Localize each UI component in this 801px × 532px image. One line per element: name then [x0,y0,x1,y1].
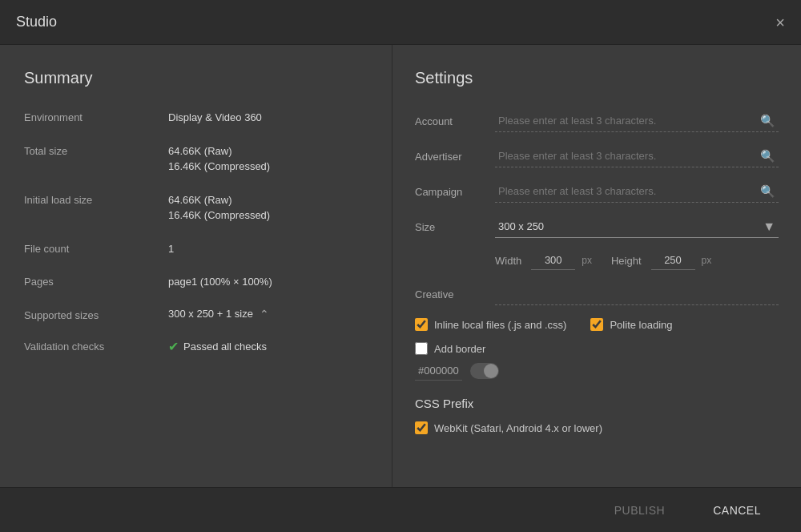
supported-sizes-label: Supported sizes [24,308,168,321]
account-input-wrap: 🔍 [495,110,779,132]
settings-row-creative: Creative [415,283,779,305]
polite-loading-label[interactable]: Polite loading [610,319,672,331]
dimension-row: Width px Height px [495,251,779,270]
initial-load-value: 64.66K (Raw)16.46K (Compressed) [168,192,270,224]
validation-value: ✔ Passed all checks [168,339,267,354]
color-toggle[interactable] [470,363,499,379]
validation-text: Passed all checks [183,341,267,353]
css-prefix-title: CSS Prefix [415,397,779,410]
initial-load-label: Initial load size [24,192,168,206]
webkit-checkbox[interactable] [415,421,428,434]
size-label: Size [415,221,495,233]
total-size-value: 64.66K (Raw)16.46K (Compressed) [168,143,270,175]
settings-row-account: Account 🔍 [415,110,779,132]
size-select[interactable]: 300 x 250 728 x 90 160 x 600 320 x 50 [495,216,779,238]
summary-row-environment: Environment Display & Video 360 [24,110,368,126]
pages-label: Pages [24,274,168,288]
account-label: Account [415,115,495,127]
campaign-search-icon: 🔍 [760,184,775,199]
campaign-label: Campaign [415,186,495,198]
total-size-label: Total size [24,143,168,157]
summary-row-initial-load: Initial load size 64.66K (Raw)16.46K (Co… [24,192,368,224]
summary-title: Summary [24,69,368,87]
summary-row-supported-sizes: Supported sizes 300 x 250 + 1 size ⌃ [24,308,368,321]
color-row: #000000 [415,361,779,381]
app-title: Studio [16,14,57,30]
inline-files-item: Inline local files (.js and .css) [415,318,566,331]
width-label: Width [495,255,521,267]
settings-panel: Settings Account 🔍 Advertiser 🔍 Campaign… [392,45,801,487]
account-input[interactable] [495,110,779,132]
inline-files-checkbox[interactable] [415,318,428,331]
add-border-row: Add border [415,342,779,355]
close-button[interactable]: × [775,14,785,30]
main-content: Summary Environment Display & Video 360 … [0,45,801,487]
summary-panel: Summary Environment Display & Video 360 … [0,45,392,487]
check-icon: ✔ [168,339,179,354]
width-input[interactable] [531,251,575,270]
validation-label: Validation checks [24,339,168,353]
creative-label: Creative [415,288,495,300]
chevron-up-icon[interactable]: ⌃ [260,308,269,320]
settings-row-size: Size 300 x 250 728 x 90 160 x 600 320 x … [415,216,779,238]
inline-files-label[interactable]: Inline local files (.js and .css) [434,319,566,331]
footer: PUBLISH CANCEL [0,487,801,532]
summary-row-total-size: Total size 64.66K (Raw)16.46K (Compresse… [24,143,368,175]
height-unit: px [702,255,712,266]
settings-title: Settings [415,69,779,87]
advertiser-label: Advertiser [415,151,495,163]
settings-row-campaign: Campaign 🔍 [415,180,779,203]
environment-label: Environment [24,110,168,123]
supported-sizes-value: 300 x 250 + 1 size [168,308,253,320]
creative-input[interactable] [495,283,779,305]
summary-row-pages: Pages page1 (100% × 100%) [24,274,368,290]
cancel-button[interactable]: CANCEL [689,488,785,533]
polite-loading-item: Polite loading [590,318,672,331]
height-label: Height [611,255,642,267]
file-count-label: File count [24,241,168,255]
checkbox-row-webkit: WebKit (Safari, Android 4.x or lower) [415,421,779,434]
color-toggle-knob [484,364,498,378]
height-input[interactable] [651,251,695,270]
advertiser-search-icon: 🔍 [760,149,775,163]
color-value: #000000 [415,361,462,381]
width-unit: px [582,255,592,266]
title-bar: Studio × [0,0,801,45]
summary-row-validation: Validation checks ✔ Passed all checks [24,339,368,354]
file-count-value: 1 [168,241,174,257]
summary-row-file-count: File count 1 [24,241,368,257]
supported-sizes-content: 300 x 250 + 1 size ⌃ [168,308,269,320]
size-select-wrap: 300 x 250 728 x 90 160 x 600 320 x 50 ▼ [495,216,779,238]
advertiser-input[interactable] [495,145,779,167]
campaign-input-wrap: 🔍 [495,180,779,203]
webkit-label[interactable]: WebKit (Safari, Android 4.x or lower) [434,422,602,434]
pages-value: page1 (100% × 100%) [168,274,272,290]
checkbox-row-inline: Inline local files (.js and .css) Polite… [415,318,779,331]
webkit-item: WebKit (Safari, Android 4.x or lower) [415,421,602,434]
campaign-input[interactable] [495,180,779,203]
add-border-label[interactable]: Add border [434,343,485,355]
environment-value: Display & Video 360 [168,110,262,126]
add-border-checkbox[interactable] [415,342,428,355]
settings-row-advertiser: Advertiser 🔍 [415,145,779,167]
account-search-icon: 🔍 [760,114,775,128]
polite-loading-checkbox[interactable] [590,318,603,331]
advertiser-input-wrap: 🔍 [495,145,779,167]
publish-button[interactable]: PUBLISH [590,488,689,533]
